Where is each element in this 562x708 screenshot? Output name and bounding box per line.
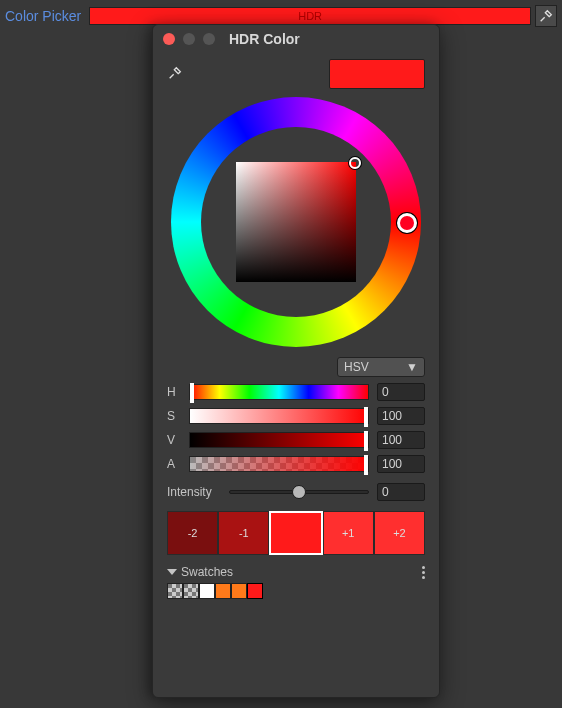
color-field[interactable]: HDR <box>89 7 531 25</box>
intensity-step[interactable] <box>269 511 322 555</box>
saturation-slider[interactable] <box>189 408 369 424</box>
hue-value-field[interactable]: 0 <box>377 383 425 401</box>
swatches-foldout[interactable]: Swatches <box>167 565 233 579</box>
swatch-item[interactable] <box>183 583 199 599</box>
hue-cursor[interactable] <box>397 213 417 233</box>
eyedropper-icon <box>167 65 183 81</box>
value-slider[interactable] <box>189 432 369 448</box>
current-color-swatch[interactable] <box>329 59 425 89</box>
value-label: V <box>167 433 181 447</box>
color-mode-dropdown[interactable]: HSV ▼ <box>337 357 425 377</box>
intensity-step[interactable]: -1 <box>218 511 269 555</box>
panel-title: HDR Color <box>229 31 300 47</box>
swatches-label: Swatches <box>181 565 233 579</box>
intensity-label: Intensity <box>167 485 221 499</box>
intensity-step[interactable]: -2 <box>167 511 218 555</box>
swatch-list <box>153 579 439 607</box>
hdr-color-panel: HDR Color HSV ▼ H 0 S 100 <box>152 24 440 698</box>
swatch-item[interactable] <box>247 583 263 599</box>
intensity-step[interactable]: +2 <box>374 511 425 555</box>
sv-cursor[interactable] <box>349 157 361 169</box>
color-wheel[interactable] <box>171 97 421 347</box>
swatch-item[interactable] <box>215 583 231 599</box>
intensity-slider[interactable] <box>229 490 369 494</box>
maximize-button[interactable] <box>203 33 215 45</box>
intensity-value-field[interactable]: 0 <box>377 483 425 501</box>
swatch-item[interactable] <box>167 583 183 599</box>
saturation-label: S <box>167 409 181 423</box>
intensity-steps: -2-1+1+2 <box>167 511 425 555</box>
panel-eyedropper-button[interactable] <box>167 65 183 84</box>
minimize-button[interactable] <box>183 33 195 45</box>
eyedropper-button[interactable] <box>535 5 557 27</box>
hue-slider[interactable] <box>189 384 369 400</box>
alpha-slider[interactable] <box>189 456 369 472</box>
eyedropper-icon <box>538 8 554 24</box>
saturation-value-field[interactable]: 100 <box>377 407 425 425</box>
alpha-label: A <box>167 457 181 471</box>
hue-label: H <box>167 385 181 399</box>
triangle-down-icon <box>167 569 177 575</box>
swatch-item[interactable] <box>231 583 247 599</box>
intensity-step[interactable]: +1 <box>323 511 374 555</box>
saturation-value-box[interactable] <box>236 162 356 282</box>
titlebar: HDR Color <box>153 25 439 53</box>
swatches-menu-button[interactable] <box>422 566 425 579</box>
value-value-field[interactable]: 100 <box>377 431 425 449</box>
close-button[interactable] <box>163 33 175 45</box>
chevron-down-icon: ▼ <box>406 360 418 374</box>
swatch-item[interactable] <box>199 583 215 599</box>
page-title-label: Color Picker <box>5 8 81 24</box>
color-mode-value: HSV <box>344 360 369 374</box>
alpha-value-field[interactable]: 100 <box>377 455 425 473</box>
